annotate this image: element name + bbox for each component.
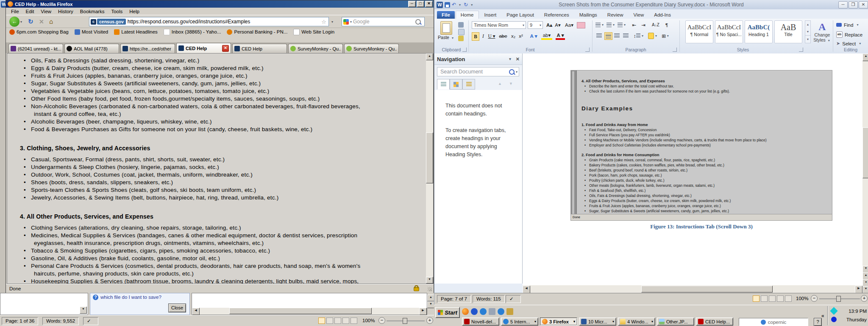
document-canvas[interactable]: 4. All Other Products, Services, and Exp… <box>523 53 862 285</box>
shading-icon[interactable]: ▾ <box>648 32 658 39</box>
next-result-icon[interactable]: ▼ <box>509 82 513 86</box>
draft-view-button[interactable] <box>351 318 357 324</box>
zoom-slider-thumb[interactable] <box>403 318 407 324</box>
copy-icon[interactable] <box>458 29 465 35</box>
pane-options-dropdown-icon[interactable]: ▾ <box>508 57 512 61</box>
paragraph-dialog-launcher[interactable] <box>673 48 677 52</box>
qat-customize-icon[interactable]: ▾ <box>470 3 474 7</box>
style-card[interactable]: AaB Title <box>774 20 802 43</box>
maximize-button[interactable]: □ <box>417 1 424 7</box>
redo-icon[interactable]: ↻ <box>464 2 468 8</box>
bookmark-item[interactable]: Inbox (38865) - Yaho... <box>164 29 221 35</box>
document-search-input[interactable]: Search Document ▾ <box>437 67 519 76</box>
browser-tab[interactable]: AOL Mail (4778) ✕ <box>64 44 119 53</box>
scroll-down-icon[interactable]: ▼ <box>426 277 433 284</box>
bold-button[interactable]: B <box>472 32 479 41</box>
spellcheck-icon[interactable]: ✓ <box>83 317 98 325</box>
clear-formatting-icon[interactable] <box>577 22 585 28</box>
outline-view-button[interactable] <box>342 318 349 324</box>
close-button[interactable]: ✕ <box>859 1 868 8</box>
underline-button[interactable]: U ▾ <box>487 32 496 39</box>
change-styles-button[interactable]: A ChangeStyles ▾ <box>812 21 832 42</box>
zoom-out-icon[interactable]: − <box>378 317 385 324</box>
copernic-search-box[interactable]: copernic <box>739 318 808 326</box>
print-layout-view-button[interactable] <box>318 318 325 324</box>
increase-indent-icon[interactable]: ⇥ <box>640 21 647 28</box>
search-engine-dropdown-icon[interactable]: ▾ <box>349 20 353 24</box>
vertical-scrollbar[interactable]: ▲ ▼ ▲ ● ▼ <box>862 53 868 293</box>
stop-icon[interactable]: ✕ <box>39 18 44 25</box>
font-name-combobox[interactable]: Times New Rom▾ <box>472 21 526 29</box>
undo-dropdown-icon[interactable]: ▾ <box>458 3 462 7</box>
word-icon[interactable]: W <box>437 2 443 8</box>
clock[interactable]: 13:9 PM <box>839 309 867 314</box>
highlight-color-icon[interactable]: ab▾ <box>541 32 552 40</box>
search-icon[interactable] <box>415 19 421 25</box>
minimize-button[interactable]: ─ <box>838 1 848 8</box>
web-layout-view-button[interactable] <box>334 318 341 324</box>
quick-launch-icon[interactable] <box>471 308 478 315</box>
url-dropdown-icon[interactable]: ▾ <box>331 20 333 24</box>
bookmark-item[interactable]: 6pm.com Shopping Bag <box>9 29 69 35</box>
find-button[interactable]: Find▾ <box>836 22 860 28</box>
ribbon-tab[interactable]: References <box>540 11 574 19</box>
menu-item[interactable]: Bookmarks <box>77 8 108 14</box>
style-card[interactable]: AaBbCcI ¶ Normal <box>685 20 713 43</box>
browser-tab[interactable]: SurveyMonkey - Qu... ✕ <box>344 44 399 53</box>
scroll-right-icon[interactable]: ▶ <box>419 308 427 315</box>
fullscreen-view-button[interactable] <box>326 318 333 324</box>
ribbon-tab[interactable]: Mailings <box>575 11 602 19</box>
zoom-level[interactable]: 100% <box>362 318 375 323</box>
url-text[interactable]: https://respond.census.gov/ced/instructi… <box>128 19 320 25</box>
align-center-icon[interactable] <box>604 32 612 40</box>
align-right-icon[interactable] <box>613 32 620 39</box>
horizontal-scrollbar[interactable]: ◀ ▶ <box>192 308 427 315</box>
home-icon[interactable]: ⌂ <box>49 18 53 25</box>
style-card[interactable]: AaBbC( Heading 1 <box>745 20 773 43</box>
resize-grip[interactable] <box>428 287 432 291</box>
search-bar[interactable]: ▾ Google <box>342 17 425 26</box>
grow-font-icon[interactable]: A▴ <box>545 21 553 28</box>
menu-item[interactable]: File <box>8 8 22 14</box>
ribbon-tab[interactable]: Insert <box>480 11 501 19</box>
previous-result-icon[interactable]: ▲ <box>498 82 502 86</box>
task-button[interactable]: 3 Firefox ▾ <box>540 318 577 326</box>
outline-view-button[interactable] <box>777 295 784 302</box>
decrease-indent-icon[interactable]: ⇤ <box>630 21 638 28</box>
firefox-titlebar[interactable]: CED Help - Mozilla Firefox ─ □ ✕ <box>6 0 434 8</box>
restore-button[interactable]: ❐ <box>849 1 858 8</box>
cut-icon[interactable] <box>458 22 464 28</box>
tab-close-icon[interactable]: ✕ <box>222 45 229 52</box>
menu-item[interactable]: Help <box>126 8 143 14</box>
browse-headings-tab[interactable] <box>437 79 450 90</box>
minimize-button[interactable]: ─ <box>408 1 416 7</box>
zoom-in-icon[interactable]: + <box>426 317 433 324</box>
font-size-combobox[interactable]: 9▾ <box>528 21 543 29</box>
scroll-thumb[interactable] <box>229 308 372 314</box>
quick-launch-icon[interactable] <box>489 308 495 315</box>
styles-dialog-launcher[interactable] <box>799 48 803 52</box>
task-button[interactable]: Novell-del... ▾ <box>462 318 499 326</box>
url-bar[interactable]: c census.gov https://respond.census.gov/… <box>89 17 329 26</box>
browser-tab[interactable]: CED Help ✕ <box>232 44 287 53</box>
format-painter-icon[interactable] <box>458 36 464 41</box>
strikethrough-icon[interactable]: abe <box>498 32 508 39</box>
search-engine-label[interactable]: Google <box>353 19 415 25</box>
clipboard-dialog-launcher[interactable] <box>462 48 467 52</box>
ribbon-tab[interactable]: Home <box>456 11 479 19</box>
paste-icon[interactable] <box>440 21 452 35</box>
browser-tab[interactable]: (62041 unread) - kt... ✕ <box>8 44 63 53</box>
text-effects-icon[interactable]: A ▾ <box>529 32 539 39</box>
site-identity-chip[interactable]: census.gov <box>97 19 126 25</box>
task-button[interactable]: 5 Intern... ▾ <box>501 318 538 326</box>
scroll-right-icon[interactable]: ▶ <box>855 286 862 293</box>
back-dropdown-icon[interactable]: ▾ <box>20 20 22 24</box>
select-button[interactable]: ➤Select▾ <box>836 41 862 46</box>
undo-icon[interactable]: ↶ <box>452 2 456 8</box>
web-layout-view-button[interactable] <box>769 295 776 302</box>
superscript-icon[interactable]: x² <box>517 32 524 39</box>
menu-item[interactable]: View <box>37 8 55 14</box>
browser-tab[interactable]: CED Help ✕ <box>176 43 231 53</box>
browser-tab[interactable]: https://re...ced/other ✕ <box>120 44 175 53</box>
bookmark-item[interactable]: Web Site Login <box>293 29 334 35</box>
